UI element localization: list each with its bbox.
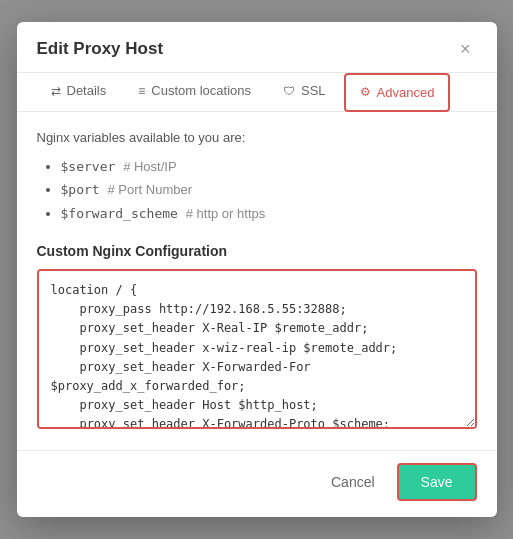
var-forward-scheme-name: $forward_scheme xyxy=(61,206,186,221)
var-server-comment: # Host/IP xyxy=(123,159,176,174)
tab-advanced[interactable]: ⚙ Advanced xyxy=(344,73,451,112)
config-section-label: Custom Nginx Configuration xyxy=(37,243,477,259)
modal-overlay: Edit Proxy Host × ⇄ Details ≡ Custom loc… xyxy=(0,0,513,539)
var-forward-scheme-comment: # http or https xyxy=(186,206,266,221)
tab-custom-locations-label: Custom locations xyxy=(151,83,251,98)
tab-ssl[interactable]: 🛡 SSL xyxy=(269,73,340,111)
tab-custom-locations[interactable]: ≡ Custom locations xyxy=(124,73,265,111)
modal-body: Nginx variables available to you are: $s… xyxy=(17,112,497,450)
tab-ssl-label: SSL xyxy=(301,83,326,98)
tabs-bar: ⇄ Details ≡ Custom locations 🛡 SSL ⚙ Adv… xyxy=(17,73,497,112)
var-server-name: $server xyxy=(61,159,124,174)
var-port-comment: # Port Number xyxy=(107,182,192,197)
tab-advanced-label: Advanced xyxy=(377,85,435,100)
custom-locations-icon: ≡ xyxy=(138,84,145,98)
ssl-icon: 🛡 xyxy=(283,84,295,98)
nginx-var-port: $port # Port Number xyxy=(61,178,477,201)
nginx-var-forward-scheme: $forward_scheme # http or https xyxy=(61,202,477,225)
modal-footer: Cancel Save xyxy=(17,450,497,517)
modal-dialog: Edit Proxy Host × ⇄ Details ≡ Custom loc… xyxy=(17,22,497,517)
nginx-vars-list: $server # Host/IP $port # Port Number $f… xyxy=(37,155,477,225)
modal-title: Edit Proxy Host xyxy=(37,39,164,59)
tab-details-label: Details xyxy=(67,83,107,98)
nginx-config-textarea[interactable]: location / { proxy_pass http://192.168.5… xyxy=(37,269,477,429)
close-button[interactable]: × xyxy=(454,38,477,60)
advanced-icon: ⚙ xyxy=(360,85,371,99)
modal-header: Edit Proxy Host × xyxy=(17,22,497,73)
var-port-name: $port xyxy=(61,182,108,197)
tab-details[interactable]: ⇄ Details xyxy=(37,73,121,111)
nginx-info-text: Nginx variables available to you are: xyxy=(37,130,477,145)
nginx-var-server: $server # Host/IP xyxy=(61,155,477,178)
details-icon: ⇄ xyxy=(51,84,61,98)
cancel-button[interactable]: Cancel xyxy=(319,466,387,498)
save-button[interactable]: Save xyxy=(397,463,477,501)
